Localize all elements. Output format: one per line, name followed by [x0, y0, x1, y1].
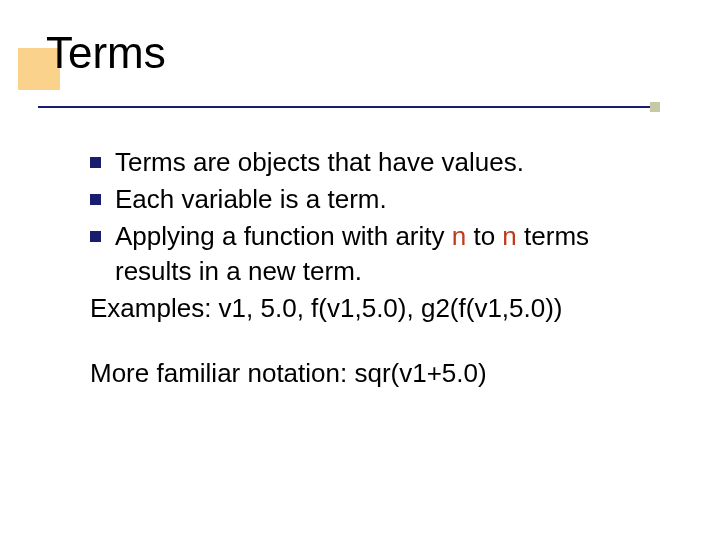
slide-body: Terms are objects that have values. Each… — [90, 145, 650, 392]
more-line: More familiar notation: sqr(v1+5.0) — [90, 356, 650, 391]
bullet-text-pre: Each variable is a term. — [115, 184, 387, 214]
bullet-text-pre: Applying a function with arity — [115, 221, 452, 251]
bullet-text: Applying a function with arity n to n te… — [115, 219, 650, 289]
bullet-text: Each variable is a term. — [115, 182, 650, 217]
title-underline — [38, 106, 658, 108]
examples-line: Examples: v1, 5.0, f(v1,5.0), g2(f(v1,5.… — [90, 291, 650, 326]
spacer — [90, 326, 650, 354]
square-bullet-icon — [90, 157, 101, 168]
slide-title: Terms — [46, 28, 166, 78]
bullet-item: Terms are objects that have values. — [90, 145, 650, 180]
bullet-text-hl1: n — [452, 221, 466, 251]
square-bullet-icon — [90, 194, 101, 205]
bullet-text-mid: to — [466, 221, 502, 251]
bullet-item: Each variable is a term. — [90, 182, 650, 217]
bullet-text-hl2: n — [502, 221, 516, 251]
bullet-text: Terms are objects that have values. — [115, 145, 650, 180]
square-bullet-icon — [90, 231, 101, 242]
title-underline-endcap — [650, 102, 660, 112]
bullet-text-pre: Terms are objects that have values. — [115, 147, 524, 177]
bullet-item: Applying a function with arity n to n te… — [90, 219, 650, 289]
